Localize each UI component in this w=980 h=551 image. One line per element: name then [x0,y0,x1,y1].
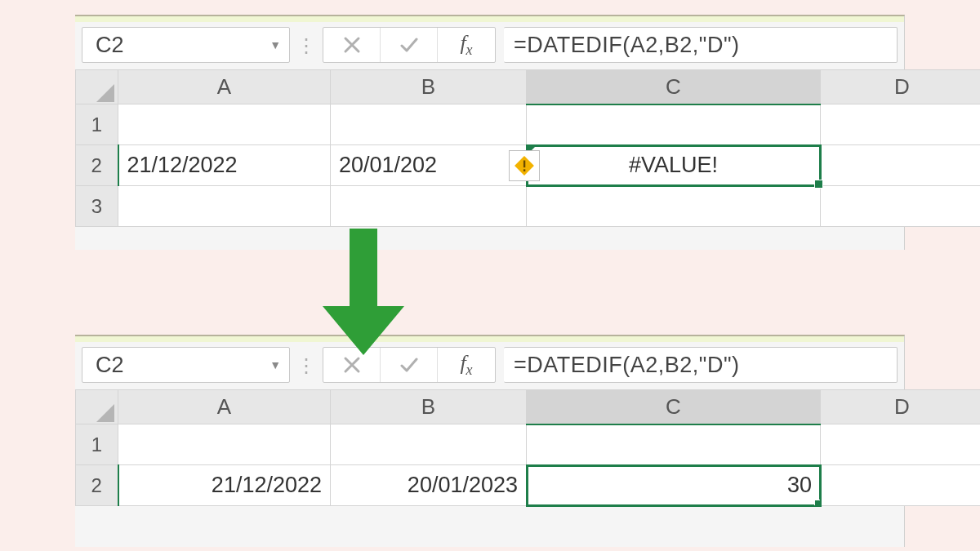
row-header-2[interactable]: 2 [76,145,118,186]
col-header-C[interactable]: C [527,70,821,104]
cell-B3[interactable] [331,186,527,227]
formula-bar: C2 ▼ ⋮ fx =DATEDIF(A2,B2,"D") [75,22,904,69]
chevron-down-icon[interactable]: ▼ [270,38,281,51]
excel-panel-after: C2 ▼ ⋮ fx =DATEDIF(A2,B2,"D") [75,335,905,547]
cell-C1[interactable] [527,104,821,145]
down-arrow-icon [318,229,408,355]
worksheet-grid[interactable]: A B C D 1 2 21/12/2022 20/01/2023 [75,389,904,506]
error-warning-button[interactable] [509,150,540,181]
cell-D3[interactable] [821,186,981,227]
cell-C2[interactable]: #VALUE! [527,145,821,186]
worksheet-grid[interactable]: A B C D 1 2 21/12/2022 [75,69,904,227]
cell-D2[interactable] [821,145,981,186]
cell-A1[interactable] [118,424,331,465]
ribbon-tint [75,336,904,342]
select-all-button[interactable] [76,70,118,104]
fx-icon: fx [460,351,472,379]
row-header-2[interactable]: 2 [76,465,118,506]
svg-rect-0 [523,160,525,167]
excel-panel-before: C2 ▼ ⋮ fx =DATEDIF(A2,B2,"D") [75,15,905,250]
check-icon [399,35,419,55]
row-header-1[interactable]: 1 [76,104,118,145]
insert-function-button[interactable]: fx [438,28,495,62]
col-header-A[interactable]: A [118,70,331,104]
cell-C2-value: 30 [787,473,812,497]
cell-C1[interactable] [527,424,821,465]
vertical-ellipsis-icon: ⋮ [290,27,323,64]
name-box[interactable]: C2 ▼ [82,347,290,383]
cell-D2[interactable] [821,465,981,506]
col-header-D[interactable]: D [821,70,981,104]
row-header-3[interactable]: 3 [76,186,118,227]
formula-bar-controls: fx [323,27,496,63]
col-header-C[interactable]: C [527,390,821,424]
check-icon [399,355,419,375]
ribbon-tint [75,16,904,22]
cell-A2[interactable]: 21/12/2022 [118,465,331,506]
x-icon [342,355,362,375]
col-header-B[interactable]: B [331,70,527,104]
cell-B2-value: 20/01/202 [339,153,437,177]
warning-diamond-icon [514,155,535,176]
cell-D1[interactable] [821,424,981,465]
cell-A1[interactable] [118,104,331,145]
select-all-button[interactable] [76,390,118,424]
col-header-B[interactable]: B [331,390,527,424]
cell-B2[interactable]: 20/01/2023 [331,465,527,506]
name-box[interactable]: C2 ▼ [82,27,290,63]
formula-text: =DATEDIF(A2,B2,"D") [514,33,739,58]
fx-icon: fx [460,31,472,59]
row-header-1[interactable]: 1 [76,424,118,465]
name-box-value: C2 [96,353,124,378]
col-header-A[interactable]: A [118,390,331,424]
cell-C3[interactable] [527,186,821,227]
cell-A2[interactable]: 21/12/2022 [118,145,331,186]
cancel-button[interactable] [323,28,381,62]
x-icon [342,35,362,55]
formula-input[interactable]: =DATEDIF(A2,B2,"D") [504,27,898,63]
cell-B1[interactable] [331,104,527,145]
col-header-D[interactable]: D [821,390,981,424]
cell-A3[interactable] [118,186,331,227]
formula-input[interactable]: =DATEDIF(A2,B2,"D") [504,347,898,383]
svg-rect-1 [523,169,525,171]
insert-function-button[interactable]: fx [438,348,495,382]
cell-B2[interactable]: 20/01/202 [331,145,527,186]
vertical-ellipsis-icon: ⋮ [290,347,323,384]
cell-C2-value: #VALUE! [629,153,718,177]
cell-D1[interactable] [821,104,981,145]
cell-C2[interactable]: 30 [527,465,821,506]
cell-B1[interactable] [331,424,527,465]
name-box-value: C2 [96,33,124,58]
formula-bar: C2 ▼ ⋮ fx =DATEDIF(A2,B2,"D") [75,342,904,389]
formula-text: =DATEDIF(A2,B2,"D") [514,353,739,378]
enter-button[interactable] [381,28,438,62]
chevron-down-icon[interactable]: ▼ [270,358,281,371]
